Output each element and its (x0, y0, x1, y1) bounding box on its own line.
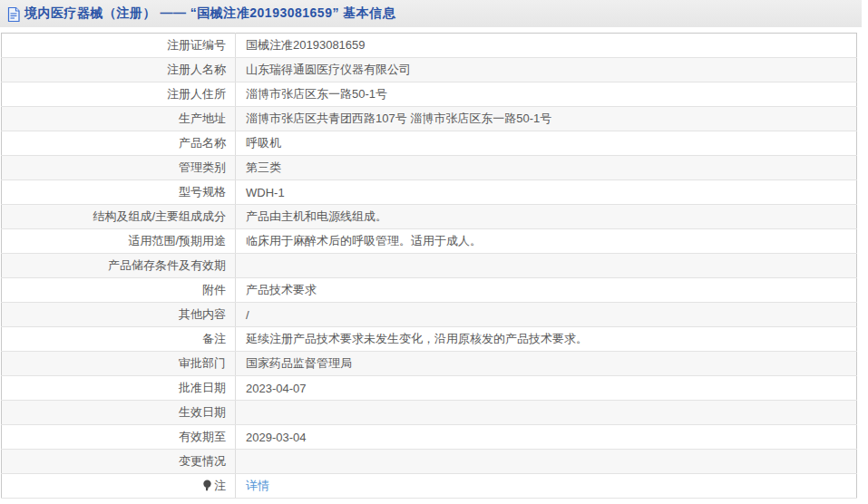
row-label: 管理类别 (2, 156, 236, 180)
row-label: 适用范围/预期用途 (2, 229, 236, 254)
row-value: 临床用于麻醉术后的呼吸管理。适用于成人。 (236, 229, 857, 254)
row-value: 产品由主机和电源线组成。 (236, 205, 857, 229)
row-value: 呼吸机 (236, 131, 857, 156)
page-header: 境内医疗器械（注册） —— “国械注准20193081659” 基本信息 (0, 0, 862, 27)
info-table: 注册证编号国械注准20193081659注册人名称山东瑞得通圆医疗仪器有限公司注… (1, 33, 857, 499)
table-row: 变更情况 (2, 450, 857, 474)
table-row: 注详情 (2, 474, 857, 499)
row-value: 国械注准20193081659 (236, 34, 857, 58)
row-value (236, 254, 857, 278)
row-label: 批准日期 (2, 376, 236, 401)
table-row: 有效期至2029-03-04 (2, 425, 857, 450)
row-label: 有效期至 (2, 425, 236, 450)
row-label: 注 (2, 474, 236, 499)
row-label: 审批部门 (2, 352, 236, 376)
row-value: 山东瑞得通圆医疗仪器有限公司 (236, 58, 857, 82)
page-title: 境内医疗器械（注册） —— “国械注准20193081659” 基本信息 (24, 5, 395, 22)
table-row: 其他内容/ (2, 303, 857, 327)
row-label: 型号规格 (2, 180, 236, 205)
table-row: 注册人名称山东瑞得通圆医疗仪器有限公司 (2, 58, 857, 82)
row-value (236, 450, 857, 474)
document-icon (7, 7, 20, 22)
row-label: 结构及组成/主要组成成分 (2, 205, 236, 229)
registration-info-page: 境内医疗器械（注册） —— “国械注准20193081659” 基本信息 注册证… (0, 0, 868, 504)
row-value: 第三类 (236, 156, 857, 180)
table-row: 结构及组成/主要组成成分产品由主机和电源线组成。 (2, 205, 857, 229)
table-row: 注册人住所淄博市张店区东一路50-1号 (2, 82, 857, 107)
info-table-body: 注册证编号国械注准20193081659注册人名称山东瑞得通圆医疗仪器有限公司注… (2, 34, 857, 499)
table-row: 审批部门国家药品监督管理局 (2, 352, 857, 376)
table-row: 生效日期 (2, 401, 857, 425)
table-row: 注册证编号国械注准20193081659 (2, 34, 857, 58)
table-row: 适用范围/预期用途临床用于麻醉术后的呼吸管理。适用于成人。 (2, 229, 857, 254)
row-value: 2029-03-04 (236, 425, 857, 450)
row-label: 附件 (2, 278, 236, 303)
row-value: 详情 (236, 474, 857, 499)
row-value: 淄博市张店区东一路50-1号 (236, 82, 857, 107)
bulb-icon (202, 480, 212, 494)
row-label: 备注 (2, 327, 236, 352)
row-label: 注册人住所 (2, 82, 236, 107)
row-label: 产品名称 (2, 131, 236, 156)
row-label: 其他内容 (2, 303, 236, 327)
row-value: 产品技术要求 (236, 278, 857, 303)
row-label: 注册证编号 (2, 34, 236, 58)
row-value: / (236, 303, 857, 327)
row-label: 变更情况 (2, 450, 236, 474)
table-row: 生产地址淄博市张店区共青团西路107号 淄博市张店区东一路50-1号 (2, 107, 857, 131)
table-row: 批准日期2023-04-07 (2, 376, 857, 401)
table-row: 备注延续注册产品技术要求未发生变化，沿用原核发的产品技术要求。 (2, 327, 857, 352)
row-value: 2023-04-07 (236, 376, 857, 401)
row-value: 延续注册产品技术要求未发生变化，沿用原核发的产品技术要求。 (236, 327, 857, 352)
table-row: 型号规格WDH-1 (2, 180, 857, 205)
row-label: 生效日期 (2, 401, 236, 425)
row-label: 注册人名称 (2, 58, 236, 82)
table-row: 附件产品技术要求 (2, 278, 857, 303)
row-value (236, 401, 857, 425)
table-row: 管理类别第三类 (2, 156, 857, 180)
row-value: 淄博市张店区共青团西路107号 淄博市张店区东一路50-1号 (236, 107, 857, 131)
row-value: 国家药品监督管理局 (236, 352, 857, 376)
table-row: 产品储存条件及有效期 (2, 254, 857, 278)
row-label: 生产地址 (2, 107, 236, 131)
row-value: WDH-1 (236, 180, 857, 205)
details-link[interactable]: 详情 (246, 479, 269, 492)
row-label: 产品储存条件及有效期 (2, 254, 236, 278)
table-row: 产品名称呼吸机 (2, 131, 857, 156)
